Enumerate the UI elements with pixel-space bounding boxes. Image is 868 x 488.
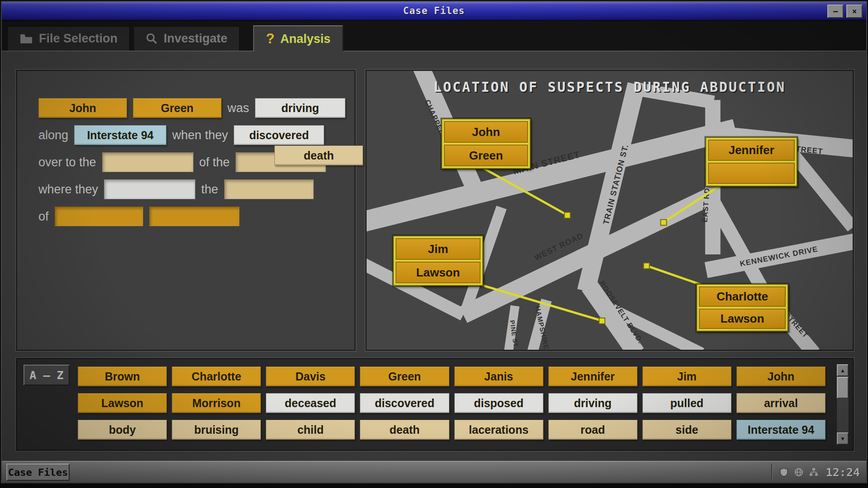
question-icon: ? xyxy=(266,31,274,47)
status-bar: Case Files 12:24 xyxy=(2,461,866,483)
word-tile[interactable]: child xyxy=(266,420,355,440)
word-tile[interactable]: driving xyxy=(548,393,637,413)
word-tile[interactable]: road xyxy=(548,420,637,440)
word-tile[interactable]: arrival xyxy=(736,393,826,413)
window-title: Case Files xyxy=(403,5,465,16)
word-tile[interactable]: Janis xyxy=(454,366,543,386)
word-tile[interactable]: discovered xyxy=(360,393,449,413)
tab-label: Analysis xyxy=(280,32,330,46)
suspect-box-charlotte-lawson[interactable]: Charlotte Lawson xyxy=(696,284,788,332)
title-bar: Case Files — × xyxy=(2,2,866,21)
sentence-tile-death[interactable]: death xyxy=(274,145,363,165)
sentence-text-along: along xyxy=(38,128,68,142)
map-title: LOCATION OF SUSPECTS DURING ABDUCTION xyxy=(367,79,853,95)
sentence-tile-interstate[interactable]: Interstate 94 xyxy=(74,125,166,145)
word-tile[interactable]: Jennifer xyxy=(548,366,637,386)
suspect-name[interactable]: Charlotte xyxy=(699,286,786,307)
deduction-panel: John Green was driving along Interstate … xyxy=(16,70,356,351)
word-tile[interactable]: Green xyxy=(360,366,449,386)
word-tile[interactable]: Lawson xyxy=(78,393,167,413)
connector-charlotte xyxy=(646,266,702,285)
suspect-name[interactable]: Lawson xyxy=(699,309,786,329)
tab-analysis[interactable]: ? Analysis xyxy=(253,25,343,52)
word-tile[interactable]: Charlotte xyxy=(172,366,261,386)
search-icon xyxy=(146,33,158,45)
suspect-name[interactable]: Green xyxy=(444,145,528,166)
scrollbar-thumb[interactable] xyxy=(837,377,849,399)
minimize-button[interactable]: — xyxy=(827,5,844,18)
sentence-text-the: the xyxy=(201,183,218,197)
sentence-slot-empty[interactable] xyxy=(224,179,314,199)
sentence-tile-discovered[interactable]: discovered xyxy=(234,125,324,145)
sentence-row: where they the xyxy=(38,179,354,199)
word-tile[interactable]: side xyxy=(642,420,731,440)
sentence-slot-empty[interactable] xyxy=(149,206,240,226)
sentence-tile-driving[interactable]: driving xyxy=(255,98,345,118)
case-files-window: Case Files — × File Selection Investigat… xyxy=(0,0,868,488)
word-tile[interactable]: lacerations xyxy=(454,420,543,440)
sentence-row: John Green was driving xyxy=(38,98,354,118)
map-pin-square xyxy=(644,263,650,269)
sentence-tile-green[interactable]: Green xyxy=(133,98,222,118)
sentence-slot-empty[interactable] xyxy=(104,179,195,199)
sentence-slot-empty[interactable] xyxy=(102,152,193,172)
word-tile[interactable]: Davis xyxy=(266,366,355,386)
scroll-up-button[interactable]: ▲ xyxy=(837,364,849,376)
word-tile[interactable]: Interstate 94 xyxy=(736,420,826,440)
suspect-name[interactable]: Lawson xyxy=(396,262,481,283)
clock: 12:24 xyxy=(826,466,860,479)
word-tile[interactable]: death xyxy=(360,420,449,440)
window-controls: — × xyxy=(827,5,863,18)
sentence-slot-empty[interactable] xyxy=(55,206,143,226)
scroll-down-button[interactable]: ▼ xyxy=(837,432,849,445)
sentence-row: of xyxy=(38,206,354,226)
word-tile[interactable]: disposed xyxy=(454,393,543,413)
start-button[interactable]: Case Files xyxy=(6,464,70,481)
sentence-text-of-the: of the xyxy=(199,155,230,169)
network-icon[interactable] xyxy=(809,468,818,477)
map-panel: LOCATION OF SUSPECTS DURING ABDUCTION xyxy=(365,70,854,351)
sentence-text-of: of xyxy=(38,210,49,224)
tab-label: Investigate xyxy=(164,32,227,46)
word-bank-panel: A – Z Brown Charlotte Davis Green Janis … xyxy=(16,358,854,451)
sentence-slot-group: death xyxy=(236,152,326,172)
tab-label: File Selection xyxy=(39,32,118,46)
word-bank-scrollbar[interactable]: ▲ ▼ xyxy=(836,364,849,445)
tab-file-selection[interactable]: File Selection xyxy=(7,26,130,51)
sentence-tile-john[interactable]: John xyxy=(38,98,127,118)
word-tile[interactable]: bruising xyxy=(172,420,261,440)
word-tile[interactable]: Brown xyxy=(78,366,167,386)
shield-icon[interactable] xyxy=(779,468,788,477)
sentence-text-when-they: when they xyxy=(172,128,228,142)
suspect-name[interactable]: Jennifer xyxy=(708,140,795,161)
suspect-name[interactable]: Jim xyxy=(396,238,481,260)
sentence-row: over to the of the death xyxy=(38,152,354,172)
word-tile[interactable]: body xyxy=(78,420,167,440)
tab-bar: File Selection Investigate ? Analysis xyxy=(2,21,866,52)
globe-icon[interactable] xyxy=(794,468,803,477)
word-bank-grid: Brown Charlotte Davis Green Janis Jennif… xyxy=(78,366,826,440)
suspect-box-jim-lawson[interactable]: Jim Lawson xyxy=(393,235,483,286)
sort-az-button[interactable]: A – Z xyxy=(24,365,70,385)
word-tile[interactable]: pulled xyxy=(642,393,731,413)
sentence-row: along Interstate 94 when they discovered xyxy=(38,125,354,145)
tab-investigate[interactable]: Investigate xyxy=(133,26,240,51)
close-button[interactable]: × xyxy=(846,5,863,18)
word-tile[interactable]: John xyxy=(736,366,826,386)
map-pin-square xyxy=(599,318,605,324)
word-tile[interactable]: Morrison xyxy=(172,393,261,413)
word-tile[interactable]: deceased xyxy=(266,393,355,413)
map-pin-square xyxy=(565,212,571,218)
sentence-text-where-they: where they xyxy=(38,183,98,197)
folder-icon xyxy=(19,33,33,44)
sentence-builder: John Green was driving along Interstate … xyxy=(17,71,354,226)
suspect-name[interactable]: John xyxy=(444,121,528,143)
suspect-box-jennifer[interactable]: Jennifer xyxy=(705,137,797,187)
sentence-text-was: was xyxy=(227,101,249,115)
suspect-name-empty[interactable] xyxy=(708,163,795,184)
system-tray: 12:24 xyxy=(771,464,860,481)
suspect-box-john-green[interactable]: John Green xyxy=(441,118,531,169)
sentence-text-over-to-the: over to the xyxy=(38,155,96,169)
map-pin-square xyxy=(660,220,666,225)
word-tile[interactable]: Jim xyxy=(642,366,731,386)
